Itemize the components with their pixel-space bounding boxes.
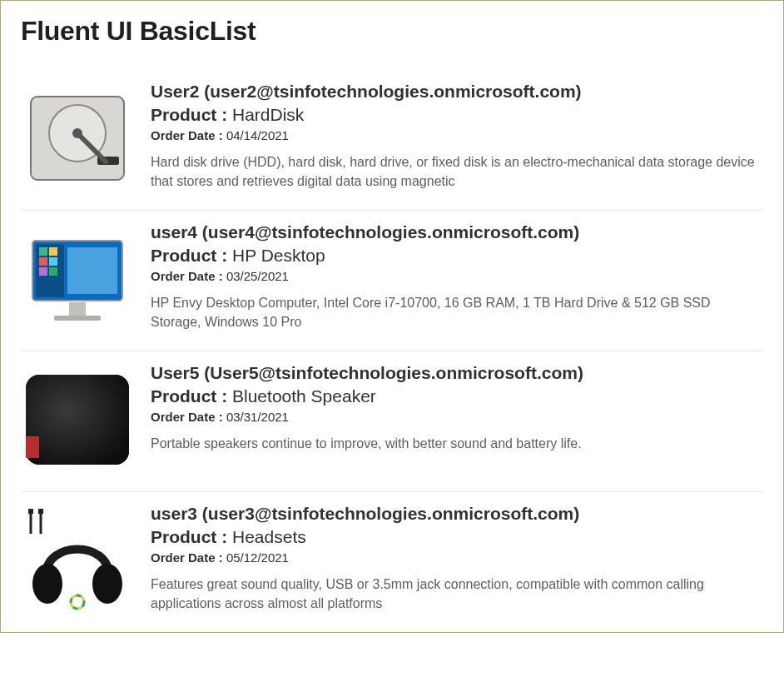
svg-rect-12: [49, 267, 57, 276]
orderdate-value: 03/25/2021: [226, 269, 289, 283]
svg-point-21: [71, 595, 84, 609]
orderdate-label: Order Date :: [151, 269, 223, 283]
svg-rect-17: [26, 375, 129, 465]
product-value: Bluetooth Speaker: [232, 386, 376, 406]
product-line: Product : Bluetooth Speaker: [151, 386, 763, 406]
svg-rect-7: [39, 247, 47, 256]
list-item-body: user3 (user3@tsinfotechnologies.onmicros…: [151, 504, 763, 613]
product-line: Product : Headsets: [151, 527, 763, 547]
product-thumbnail: [21, 363, 134, 476]
headsets-icon: [21, 504, 134, 617]
svg-rect-13: [67, 247, 117, 294]
product-thumbnail: [21, 504, 134, 617]
product-value: HP Desktop: [232, 246, 325, 265]
list-item[interactable]: user4 (user4@tsinfotechnologies.onmicros…: [21, 211, 763, 351]
svg-rect-14: [69, 302, 86, 316]
product-line: Product : HP Desktop: [151, 246, 763, 266]
list-item-body: User5 (User5@tsinfotechnologies.onmicros…: [151, 363, 763, 453]
product-thumbnail: [21, 82, 134, 195]
product-label: Product :: [151, 105, 227, 124]
product-label: Product :: [151, 386, 227, 406]
orderdate-line: Order Date : 05/12/2021: [151, 550, 763, 565]
orderdate-label: Order Date :: [151, 410, 223, 424]
product-thumbnail: [21, 222, 134, 336]
product-value: HardDisk: [232, 105, 304, 124]
svg-point-19: [32, 564, 62, 604]
product-label: Product :: [151, 246, 227, 265]
product-line: Product : HardDisk: [151, 105, 763, 125]
orderdate-line: Order Date : 03/31/2021: [151, 410, 763, 424]
list-item[interactable]: User2 (user2@tsinfotechnologies.onmicros…: [21, 70, 763, 211]
svg-rect-11: [39, 267, 47, 276]
product-label: Product :: [151, 527, 227, 546]
product-description: HP Envy Desktop Computer, Intel Core i7-…: [151, 293, 763, 331]
hard-disk-icon: [21, 82, 134, 195]
orderdate-line: Order Date : 04/14/2021: [151, 128, 763, 142]
product-description: Hard disk drive (HDD), hard disk, hard d…: [151, 152, 763, 191]
orderdate-line: Order Date : 03/25/2021: [151, 269, 763, 283]
product-description: Features great sound quality, USB or 3.5…: [151, 575, 763, 613]
orderdate-value: 03/31/2021: [226, 410, 289, 424]
list-item[interactable]: User5 (User5@tsinfotechnologies.onmicros…: [21, 351, 763, 492]
svg-rect-26: [38, 509, 43, 514]
orderdate-label: Order Date :: [151, 550, 223, 565]
list-item-body: user4 (user4@tsinfotechnologies.onmicros…: [151, 222, 763, 331]
orderdate-value: 05/12/2021: [226, 550, 289, 565]
page-title: Fluent UI BasicList: [21, 16, 763, 47]
page-container: Fluent UI BasicList User2 (user2@tsinfot…: [1, 1, 783, 632]
svg-rect-18: [26, 436, 39, 458]
user-line: user4 (user4@tsinfotechnologies.onmicros…: [151, 222, 763, 242]
user-line: User2 (user2@tsinfotechnologies.onmicros…: [151, 82, 763, 102]
orderdate-value: 04/14/2021: [226, 128, 289, 142]
desktop-computer-icon: [21, 222, 134, 336]
list-item[interactable]: user3 (user3@tsinfotechnologies.onmicros…: [21, 492, 763, 632]
orderdate-label: Order Date :: [151, 128, 223, 142]
svg-rect-9: [39, 257, 47, 266]
user-line: User5 (User5@tsinfotechnologies.onmicros…: [151, 363, 763, 383]
list-item-body: User2 (user2@tsinfotechnologies.onmicros…: [151, 82, 763, 191]
svg-rect-15: [54, 316, 101, 321]
bluetooth-speaker-icon: [21, 363, 134, 476]
svg-rect-10: [49, 257, 57, 266]
product-value: Headsets: [232, 527, 306, 546]
svg-rect-25: [28, 509, 33, 514]
user-line: user3 (user3@tsinfotechnologies.onmicros…: [151, 504, 763, 524]
product-description: Portable speakers continue to improve, w…: [151, 434, 763, 453]
svg-point-20: [92, 564, 122, 604]
svg-rect-8: [49, 247, 57, 256]
